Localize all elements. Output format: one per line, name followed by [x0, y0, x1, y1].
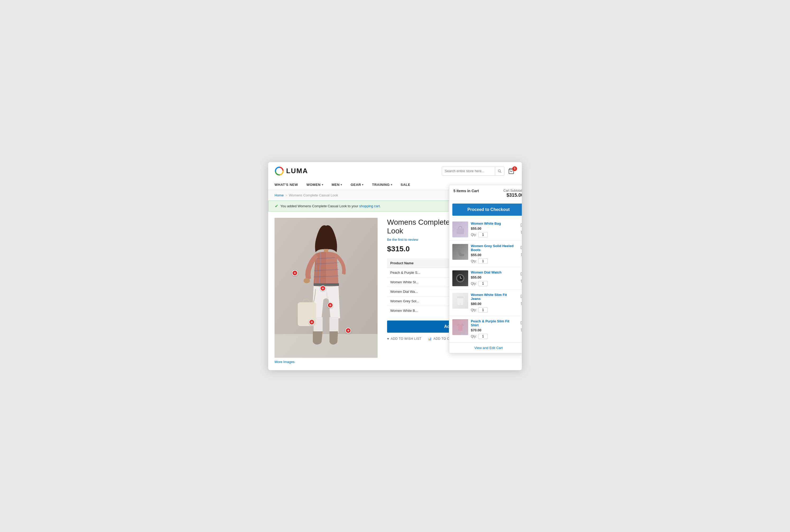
cart-item-name[interactable]: Women Dial Watch — [471, 270, 517, 274]
success-cart-link[interactable]: shopping cart. — [359, 204, 381, 208]
edit-cart-item-button[interactable] — [520, 223, 522, 228]
cart-item-qty: Qty: — [471, 281, 517, 286]
svg-point-15 — [304, 278, 310, 283]
remove-cart-item-button[interactable] — [520, 252, 522, 258]
trash-icon — [520, 253, 522, 256]
trash-icon — [520, 302, 522, 305]
luma-logo-icon — [275, 166, 284, 176]
add-to-wishlist-link[interactable]: ♥ ADD TO WISH LIST — [387, 337, 421, 341]
edit-icon — [520, 294, 522, 298]
main-content: + + + + + More Images Womens Complete Ca… — [268, 211, 522, 370]
cart-button[interactable]: 5 — [507, 168, 515, 174]
edit-icon — [520, 272, 522, 276]
cart-item-name[interactable]: Women White Bag — [471, 222, 517, 226]
qty-input[interactable] — [478, 307, 488, 312]
svg-rect-18 — [329, 317, 338, 333]
cart-item-thumbnail — [452, 270, 468, 286]
svg-rect-6 — [275, 334, 378, 358]
cart-item-name[interactable]: Women White Slim Fit Jeans — [471, 293, 517, 301]
edit-cart-item-button[interactable] — [520, 245, 522, 250]
cart-item-details: Peach & Purple Slim Fit Shirt $70.00 Qty… — [471, 319, 517, 339]
cart-subtotal-area: Cart Subtotal : $315.00 — [503, 189, 522, 198]
svg-point-1 — [498, 170, 500, 172]
qty-label: Qty: — [471, 308, 477, 312]
cart-item-name[interactable]: Women Grey Solid Heeled Boots — [471, 244, 517, 252]
cart-item-thumbnail — [452, 222, 468, 238]
cart-item-qty: Qty: — [471, 259, 517, 264]
nav-item-sale[interactable]: Sale — [396, 179, 415, 190]
qty-input[interactable] — [478, 281, 488, 286]
cart-item-name[interactable]: Peach & Purple Slim Fit Shirt — [471, 319, 517, 327]
product-image: + + + + + — [275, 218, 378, 358]
logo-text: LUMA — [286, 167, 308, 175]
cart-item-details: Women White Slim Fit Jeans $80.00 Qty: — [471, 293, 517, 312]
trash-icon — [520, 328, 522, 331]
cart-item-details: Women Dial Watch $55.00 Qty: — [471, 270, 517, 286]
product-photo — [275, 218, 378, 358]
breadcrumb-home[interactable]: Home — [275, 193, 284, 197]
remove-cart-item-button[interactable] — [520, 230, 522, 235]
edit-cart-item-button[interactable] — [520, 271, 522, 277]
qty-label: Qty: — [471, 259, 477, 263]
edit-icon — [520, 246, 522, 249]
cart-item-qty: Qty: — [471, 232, 517, 238]
product-image-area: + + + + + More Images — [275, 218, 378, 364]
cart-item: Women Dial Watch $55.00 Qty: — [449, 267, 522, 290]
cart-badge: 5 — [512, 166, 517, 171]
edit-cart-item-button[interactable] — [520, 294, 522, 299]
cart-item-price: $70.00 — [471, 328, 517, 332]
hotspot-2[interactable]: + — [320, 285, 326, 291]
chart-icon: 📊 — [428, 337, 432, 341]
nav-item-whats-new[interactable]: What's New — [275, 179, 302, 190]
svg-rect-24 — [457, 297, 463, 298]
heart-icon: ♥ — [387, 337, 389, 341]
hotspot-4[interactable]: + — [309, 319, 315, 325]
cart-item-qty: Qty: — [471, 307, 517, 312]
cart-item-qty: Qty: — [471, 334, 517, 339]
cart-item-actions — [520, 293, 522, 306]
cart-dropdown: 5 Items in Cart Cart Subtotal : $315.00 … — [449, 185, 522, 353]
hotspot-1[interactable]: + — [292, 270, 298, 276]
success-text: You added Womens Complete Casual Look to… — [280, 204, 381, 208]
qty-input[interactable] — [478, 259, 488, 264]
cart-item-price: $55.00 — [471, 276, 517, 279]
svg-rect-19 — [457, 228, 464, 234]
cart-item-price: $55.00 — [471, 253, 517, 257]
proceed-to-checkout-button[interactable]: Proceed to Checkout — [452, 204, 522, 216]
remove-cart-item-button[interactable] — [520, 279, 522, 284]
remove-cart-item-button[interactable] — [520, 301, 522, 306]
view-edit-cart-link[interactable]: View and Edit Cart — [449, 342, 522, 353]
edit-cart-item-button[interactable] — [520, 320, 522, 326]
cart-item: Women White Slim Fit Jeans $80.00 Qty: — [449, 290, 522, 316]
cart-item-thumbnail — [452, 244, 468, 260]
qty-input[interactable] — [478, 334, 488, 339]
qty-input[interactable] — [478, 232, 488, 238]
cart-items-list: Women White Bag $55.00 Qty: — [449, 218, 522, 342]
hotspot-5[interactable]: + — [345, 328, 351, 334]
cart-item-details: Women White Bag $55.00 Qty: — [471, 222, 517, 238]
more-images-link[interactable]: More Images — [275, 360, 378, 364]
nav-item-training[interactable]: Training ▾ — [368, 179, 396, 190]
trash-icon — [520, 230, 522, 234]
cart-item-actions — [520, 270, 522, 284]
header-right: 5 — [442, 167, 515, 175]
header-top: LUMA — [275, 166, 515, 176]
cart-item-actions — [520, 244, 522, 258]
cart-item-price: $55.00 — [471, 227, 517, 230]
chevron-down-icon: ▾ — [322, 183, 324, 186]
cart-subtotal-label: Cart Subtotal : — [503, 189, 522, 192]
nav-item-gear[interactable]: Gear ▾ — [346, 179, 368, 190]
hotspot-3[interactable]: + — [327, 302, 333, 308]
cart-item: Women White Bag $55.00 Qty: — [449, 218, 522, 241]
qty-label: Qty: — [471, 335, 477, 338]
nav-item-women[interactable]: Women ▾ — [302, 179, 327, 190]
logo-area: LUMA — [275, 166, 308, 176]
cart-items-count: 5 Items in Cart — [453, 189, 479, 193]
svg-rect-16 — [314, 283, 339, 286]
search-input[interactable] — [442, 169, 495, 173]
cart-item-price: $80.00 — [471, 302, 517, 306]
remove-cart-item-button[interactable] — [520, 327, 522, 333]
chevron-down-icon: ▾ — [362, 183, 364, 186]
nav-item-men[interactable]: Men ▾ — [327, 179, 346, 190]
search-button[interactable] — [495, 167, 504, 175]
